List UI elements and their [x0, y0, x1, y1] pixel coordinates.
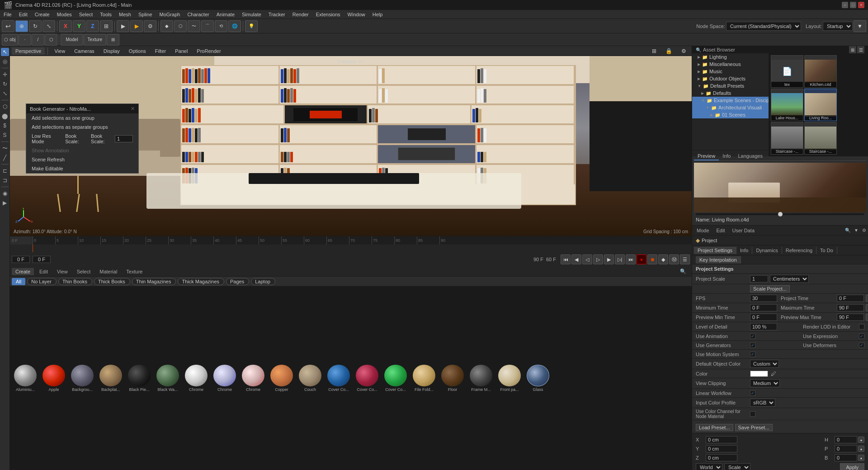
use-deform-check[interactable] — [859, 343, 864, 348]
motion-record-btn[interactable]: Ⓜ — [669, 254, 679, 264]
preview-tab-info[interactable]: Info — [719, 152, 734, 160]
p-rot-input[interactable] — [835, 445, 857, 452]
options-menu[interactable]: Options — [125, 47, 150, 55]
x-pos-input[interactable] — [706, 436, 737, 443]
start-frame-input[interactable] — [33, 256, 51, 263]
view-menu[interactable]: View — [51, 47, 69, 55]
linear-workflow-check[interactable] — [750, 390, 755, 396]
h-rot-input[interactable] — [835, 436, 857, 443]
snap-mode-btn[interactable]: ⊞ — [107, 34, 119, 46]
tool-material[interactable]: ◉ — [1, 189, 9, 197]
keyframe-btn[interactable]: ◆ — [658, 254, 668, 264]
menu-edit[interactable]: Edit — [15, 10, 31, 19]
render-preview-btn[interactable]: ▶ — [117, 20, 129, 32]
render-lod-check[interactable] — [859, 324, 864, 329]
prop-tab-key-interp[interactable]: Key Interpolation — [696, 256, 741, 263]
tool-arrow[interactable]: ↖ — [1, 48, 9, 56]
prev-min-input[interactable] — [750, 314, 777, 321]
viewport-maximize[interactable]: ⊞ — [648, 47, 660, 55]
axis-x-btn[interactable]: X — [59, 20, 72, 32]
tool-sculpt[interactable]: $ — [1, 122, 9, 130]
use-motion-check[interactable] — [750, 352, 755, 357]
swatch-7[interactable]: Chrome — [211, 365, 238, 392]
swatch-2[interactable]: Backgrou... — [69, 365, 96, 392]
tool-magnet[interactable]: ⊏ — [1, 167, 9, 175]
max-time-up[interactable]: ▲ — [866, 304, 868, 311]
prop-tab-referencing[interactable]: Referencing — [782, 247, 816, 254]
asset-list-view[interactable]: ☰ — [857, 46, 864, 53]
menu-help[interactable]: Help — [369, 10, 387, 19]
move-btn[interactable]: ⊕ — [15, 20, 28, 32]
use-color-channel-check[interactable] — [750, 411, 755, 417]
menu-modes[interactable]: Modes — [53, 10, 75, 19]
mat-view-tab[interactable]: View — [53, 268, 71, 275]
use-anim-check[interactable] — [750, 334, 755, 339]
edge-mode-btn[interactable]: / — [32, 34, 44, 46]
cube-btn[interactable]: ⬡ — [174, 20, 187, 32]
axis-z-btn[interactable]: Z — [86, 20, 99, 32]
filter-menu[interactable]: Filter — [151, 47, 170, 55]
tool-rotate[interactable]: ↻ — [1, 80, 9, 88]
swatch-8[interactable]: Chrome — [240, 365, 267, 392]
minimize-button[interactable]: − — [842, 2, 848, 8]
tool-scale[interactable]: ⤡ — [1, 89, 9, 98]
render-settings-btn[interactable]: ⚙ — [144, 20, 156, 32]
spline-btn[interactable]: 〜 — [188, 20, 200, 32]
menu-extensions[interactable]: Extensions — [312, 10, 344, 19]
preview-track[interactable] — [696, 213, 864, 215]
snap-btn[interactable]: ⊞ — [100, 20, 113, 32]
timeline-track[interactable] — [10, 244, 692, 253]
tree-item-01-scenes[interactable]: ▶ 📁 01 Scenes — [692, 111, 769, 118]
menu-mesh[interactable]: Mesh — [115, 10, 135, 19]
props-search-icon[interactable]: 🔍 — [845, 228, 850, 233]
y-pos-input[interactable] — [706, 445, 737, 452]
auto-key-btn[interactable]: ⏺ — [647, 254, 657, 264]
thumb-lake[interactable]: Lake Hous... — [771, 89, 803, 121]
z-pos-input[interactable] — [706, 454, 737, 461]
swatch-13[interactable]: Cover Co... — [382, 365, 409, 392]
swatch-11[interactable]: Cover Co... — [325, 365, 352, 392]
poly-mode-btn[interactable]: ⬡ — [45, 34, 57, 46]
tree-item-music[interactable]: ▶ 📁 Music — [692, 68, 769, 75]
go-start-btn[interactable]: ⏮ — [561, 254, 571, 264]
prorender-menu[interactable]: ProRender — [193, 47, 224, 55]
filter-pages[interactable]: Pages — [226, 278, 249, 285]
props-edit-tab[interactable]: Edit — [714, 227, 728, 234]
b-up-btn[interactable]: ▲ — [858, 455, 864, 461]
use-expr-check[interactable] — [859, 334, 864, 339]
h-up-btn[interactable]: ▲ — [858, 437, 864, 443]
prop-tab-todo[interactable]: To Do — [816, 247, 837, 254]
menu-select[interactable]: Select — [75, 10, 97, 19]
scale-project-btn[interactable]: Scale Project... — [750, 285, 790, 292]
mat-edit-tab[interactable]: Edit — [36, 268, 52, 275]
view-clipping-select[interactable]: Medium — [750, 379, 780, 387]
panel-menu[interactable]: Panel — [171, 47, 191, 55]
tree-item-example-scenes[interactable]: ▼ 📁 Example Scenes - Discip — [692, 97, 769, 104]
default-obj-color-select[interactable]: Custom — [750, 360, 779, 368]
proj-scale-unit[interactable]: Centimeters — [770, 275, 809, 283]
deform-btn[interactable]: ⟲ — [215, 20, 227, 32]
tool-spline[interactable]: 〜 — [1, 144, 9, 152]
filter-thick-books[interactable]: Thick Books — [94, 278, 130, 285]
swatch-17[interactable]: Front pa... — [496, 365, 523, 392]
mat-create-tab[interactable]: Create — [12, 268, 34, 275]
point-mode-btn[interactable]: · — [19, 34, 31, 46]
menu-character[interactable]: Character — [184, 10, 212, 19]
min-time-input[interactable] — [750, 304, 777, 311]
filter-all[interactable]: All — [12, 278, 25, 285]
color-picker-icon[interactable]: 🖊 — [771, 371, 776, 377]
render-btn[interactable]: ▶ — [130, 20, 143, 32]
load-preset-btn[interactable]: Load Preset... — [696, 424, 733, 431]
null-obj-btn[interactable]: ◆ — [160, 20, 173, 32]
texture-mode-btn[interactable]: Texture — [84, 34, 106, 46]
ctx-add-separate-groups[interactable]: Add selections as separate groups — [26, 122, 138, 132]
tree-item-default-presets[interactable]: ▼ 📁 Default Presets — [692, 82, 769, 89]
lod-input[interactable] — [750, 323, 777, 330]
apply-btn[interactable]: Apply — [840, 463, 864, 470]
tree-item-defaults[interactable]: ▶ 📁 Defaults — [692, 89, 769, 97]
tool-move[interactable]: ✛ — [1, 70, 9, 79]
menu-tools[interactable]: Tools — [96, 10, 115, 19]
node-space-select[interactable]: Current (Standard/Physical) — [726, 22, 801, 31]
record-btn[interactable]: ● — [637, 254, 646, 264]
prev-max-input[interactable] — [837, 314, 864, 321]
